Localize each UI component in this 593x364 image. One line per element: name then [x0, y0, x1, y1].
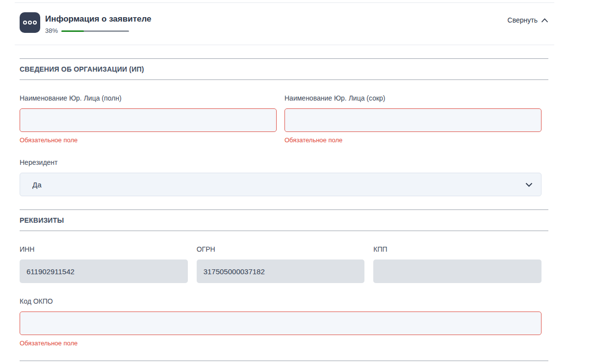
chevron-down-icon [525, 182, 533, 187]
requisites-row: ИНН ОГРН КПП [20, 245, 541, 283]
ogrn-label: ОГРН [197, 245, 365, 254]
section-title-org-info: СВЕДЕНИЯ ОБ ОРГАНИЗАЦИИ (ИП) [20, 58, 548, 80]
nonresident-row: Нерезидент Да [20, 158, 541, 196]
section-title-contacts: КОНТАКТНАЯ ИНФОРМАЦИЯ [20, 361, 548, 364]
kpp-label: КПП [373, 245, 541, 254]
collapse-button[interactable]: Свернуть [508, 16, 548, 24]
org-name-row: Наименование Юр. Лица (полн) Обязательно… [20, 94, 541, 144]
panel-body: СВЕДЕНИЯ ОБ ОРГАНИЗАЦИИ (ИП) Наименовани… [15, 58, 554, 364]
okpo-input[interactable] [20, 312, 541, 335]
progress-bar [61, 30, 129, 32]
panel-title: Информация о заявителе [45, 14, 151, 24]
progress-percent: 38% [45, 27, 58, 35]
shortname-input[interactable] [284, 108, 541, 132]
panel-header: Информация о заявителе 38% Свернуть [15, 3, 554, 45]
inn-input[interactable] [20, 260, 188, 283]
nonresident-select[interactable]: Да [20, 173, 541, 196]
ellipsis-icon [20, 12, 40, 33]
section-title-requisites: РЕКВИЗИТЫ [20, 209, 548, 231]
shortname-error: Обязательное поле [284, 136, 541, 144]
fullname-label: Наименование Юр. Лица (полн) [20, 94, 277, 103]
okpo-label: Код ОКПО [20, 297, 541, 306]
field-inn: ИНН [20, 245, 188, 283]
ogrn-input[interactable] [197, 260, 365, 283]
chevron-up-icon [541, 18, 548, 23]
shortname-label: Наименование Юр. Лица (сокр) [284, 94, 541, 103]
field-fullname: Наименование Юр. Лица (полн) Обязательно… [20, 94, 277, 144]
field-ogrn: ОГРН [197, 245, 365, 283]
progress-fill [61, 30, 84, 32]
title-block: Информация о заявителе 38% [45, 12, 151, 35]
dot [28, 21, 32, 25]
okpo-row: Код ОКПО Обязательное поле [20, 297, 541, 347]
progress-row: 38% [45, 27, 151, 35]
fullname-error: Обязательное поле [20, 136, 277, 144]
nonresident-value: Да [32, 181, 42, 189]
collapse-label: Свернуть [508, 16, 538, 24]
field-kpp: КПП [373, 245, 541, 283]
dot [23, 21, 27, 25]
applicant-info-panel: Информация о заявителе 38% Свернуть СВЕД… [15, 2, 554, 364]
inn-label: ИНН [20, 245, 188, 254]
fullname-input[interactable] [20, 108, 277, 132]
okpo-error: Обязательное поле [20, 339, 541, 347]
dot [33, 21, 37, 25]
field-shortname: Наименование Юр. Лица (сокр) Обязательно… [284, 94, 541, 144]
kpp-input[interactable] [373, 260, 541, 283]
nonresident-label: Нерезидент [20, 158, 541, 167]
